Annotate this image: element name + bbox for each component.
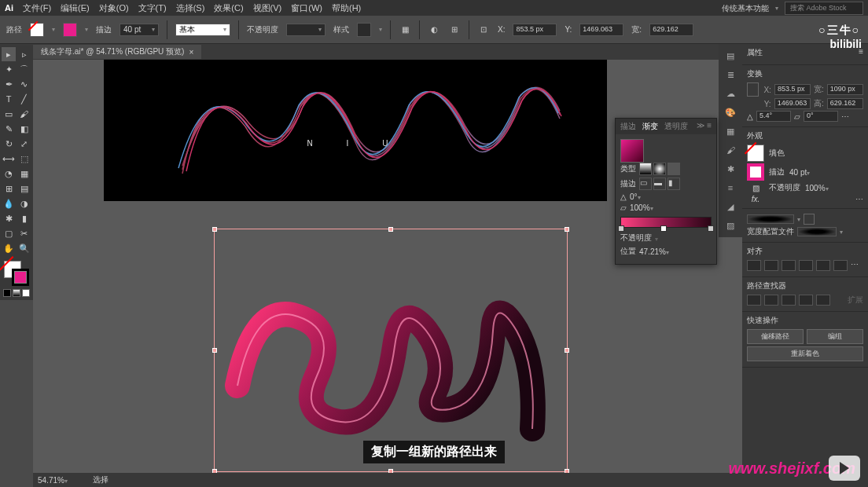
scale-tool[interactable]: ⤢ <box>17 137 31 151</box>
resize-handle-w[interactable] <box>212 348 217 353</box>
transform-w-input[interactable]: 1090 px <box>827 84 863 95</box>
transform-x-input[interactable]: 853.5 px <box>774 84 811 95</box>
magic-wand-tool[interactable]: ✦ <box>2 62 16 76</box>
fill-swatch[interactable] <box>747 145 764 162</box>
eraser-tool[interactable]: ◧ <box>17 122 31 136</box>
linear-gradient-icon[interactable] <box>639 163 652 175</box>
gradient-icon-dock[interactable]: ◢ <box>723 200 737 214</box>
shaper-tool[interactable]: ✎ <box>2 122 16 136</box>
align-top-icon[interactable] <box>799 260 813 271</box>
opacity-input[interactable]: ▾ <box>286 24 326 36</box>
align-vcenter-icon[interactable] <box>816 260 830 271</box>
gradient-stop[interactable] <box>618 225 624 232</box>
transform-y-input[interactable]: 1469.063 <box>774 98 811 109</box>
resize-handle-ne[interactable] <box>565 227 569 232</box>
free-transform-tool[interactable]: ⬚ <box>17 152 31 166</box>
more-options-icon[interactable]: ⋯ <box>855 195 863 203</box>
recolor-button[interactable]: 重新着色 <box>747 346 863 361</box>
stop-opacity-input[interactable]: ▾ <box>655 234 698 243</box>
resize-handle-n[interactable] <box>388 227 393 232</box>
stroke-color[interactable] <box>12 269 29 286</box>
curvature-tool[interactable]: ∿ <box>17 77 31 91</box>
brush-preview[interactable] <box>747 214 794 224</box>
chevron-down-icon[interactable]: ▾ <box>379 26 382 33</box>
divide-icon[interactable] <box>816 295 830 306</box>
x-input[interactable]: 853.5 px <box>513 24 557 36</box>
stroke-gradient-along-icon[interactable]: ▬ <box>653 178 666 190</box>
reference-point-icon[interactable] <box>747 82 759 97</box>
mesh-tool[interactable]: ⊞ <box>2 181 16 196</box>
y-input[interactable]: 1469.063 <box>579 24 623 36</box>
eyedropper-tool[interactable]: 💧 <box>2 196 16 211</box>
column-graph-tool[interactable]: ▮ <box>17 211 31 225</box>
more-options-icon[interactable]: ⋯ <box>851 260 859 271</box>
unite-icon[interactable] <box>747 295 761 306</box>
tab-transparency[interactable]: 透明度 <box>664 121 688 132</box>
chevron-down-icon[interactable]: ▾ <box>840 229 843 236</box>
anchor-ref-icon[interactable]: ⊡ <box>477 24 490 36</box>
align-icon[interactable]: ▦ <box>399 24 411 36</box>
align-hcenter-icon[interactable] <box>764 260 778 271</box>
none-mode-icon[interactable] <box>22 289 30 297</box>
aspect-input[interactable]: 100%▾ <box>630 203 669 212</box>
width-tool[interactable]: ⟷ <box>2 152 16 166</box>
chevron-down-icon[interactable]: ▾ <box>85 26 88 33</box>
menu-select[interactable]: 选择(S) <box>176 2 205 14</box>
fill-swatch[interactable] <box>30 23 44 37</box>
exclude-icon[interactable] <box>799 295 813 306</box>
rotate-tool[interactable]: ↻ <box>2 137 16 151</box>
gradient-tool[interactable]: ▤ <box>17 181 31 196</box>
shear-input[interactable]: 0° <box>804 111 838 122</box>
align-left-icon[interactable] <box>747 260 761 271</box>
gradient-panel[interactable]: 描边 渐变 透明度 ≫ ≡ 类型 描边 ▭ ▬ ▮ △ 0°▾ ▱ 100%▾ <box>615 118 717 265</box>
radial-gradient-icon[interactable] <box>653 163 666 175</box>
search-input[interactable]: 搜索 Adobe Stock <box>785 2 863 15</box>
menu-help[interactable]: 帮助(H) <box>332 2 361 14</box>
menu-edit[interactable]: 编辑(E) <box>61 2 90 14</box>
paintbrush-tool[interactable]: 🖌 <box>17 107 31 121</box>
selection-tool[interactable]: ▸ <box>2 47 16 61</box>
menu-object[interactable]: 对象(O) <box>99 2 129 14</box>
symbol-sprayer-tool[interactable]: ✱ <box>2 211 16 225</box>
hand-tool[interactable]: ✋ <box>2 241 16 255</box>
menu-view[interactable]: 视图(V) <box>253 2 282 14</box>
fx-icon[interactable]: fx. <box>747 195 764 203</box>
group-button[interactable]: 编组 <box>807 329 863 344</box>
menu-type[interactable]: 文字(T) <box>138 2 167 14</box>
intersect-icon[interactable] <box>782 295 796 306</box>
gradient-stop-selected[interactable] <box>660 225 667 232</box>
angle-input[interactable]: 0°▾ <box>630 192 669 201</box>
workspace-switcher[interactable]: 传统基本功能 <box>722 3 769 14</box>
menu-effect[interactable]: 效果(C) <box>214 2 243 14</box>
lasso-tool[interactable]: ⌒ <box>17 62 31 76</box>
direct-selection-tool[interactable]: ▹ <box>17 47 31 61</box>
menu-file[interactable]: 文件(F) <box>23 2 51 14</box>
slice-tool[interactable]: ✂ <box>17 226 31 240</box>
gradient-mode-icon[interactable] <box>13 289 20 297</box>
width-profile-dropdown[interactable] <box>797 227 837 236</box>
properties-icon[interactable]: ▤ <box>723 49 737 63</box>
play-button-overlay[interactable] <box>829 456 860 481</box>
transparency-icon[interactable]: ▨ <box>723 218 737 233</box>
line-tool[interactable]: ╱ <box>17 92 31 106</box>
resize-handle-nw[interactable] <box>212 227 217 232</box>
resize-handle-e[interactable] <box>565 348 569 353</box>
zoom-tool[interactable]: 🔍 <box>17 241 31 255</box>
color-mode-icon[interactable] <box>3 289 11 297</box>
blend-tool[interactable]: ◑ <box>17 196 31 211</box>
tab-stroke[interactable]: 描边 <box>620 121 636 132</box>
stroke-icon[interactable]: ≡ <box>723 181 737 195</box>
style-swatch[interactable] <box>357 23 371 37</box>
pen-tool[interactable]: ✒ <box>2 77 16 91</box>
minus-front-icon[interactable] <box>764 295 778 306</box>
close-tab-icon[interactable]: × <box>189 48 193 57</box>
chevron-down-icon[interactable]: ▾ <box>797 216 800 223</box>
panel-menu-icon[interactable]: ≫ ≡ <box>697 121 712 132</box>
transform-icon[interactable]: ⊞ <box>448 24 461 36</box>
stroke-weight-input[interactable]: 40 pt▾ <box>789 168 829 177</box>
align-bottom-icon[interactable] <box>833 260 848 271</box>
libraries-icon[interactable]: ☁ <box>723 86 737 101</box>
zoom-level-dropdown[interactable]: 54.71%▾ <box>38 476 85 485</box>
document-tab[interactable]: 线条字母.ai* @ 54.71% (RGB/GPU 预览) × <box>33 45 201 59</box>
gradient-slider[interactable] <box>620 217 712 228</box>
